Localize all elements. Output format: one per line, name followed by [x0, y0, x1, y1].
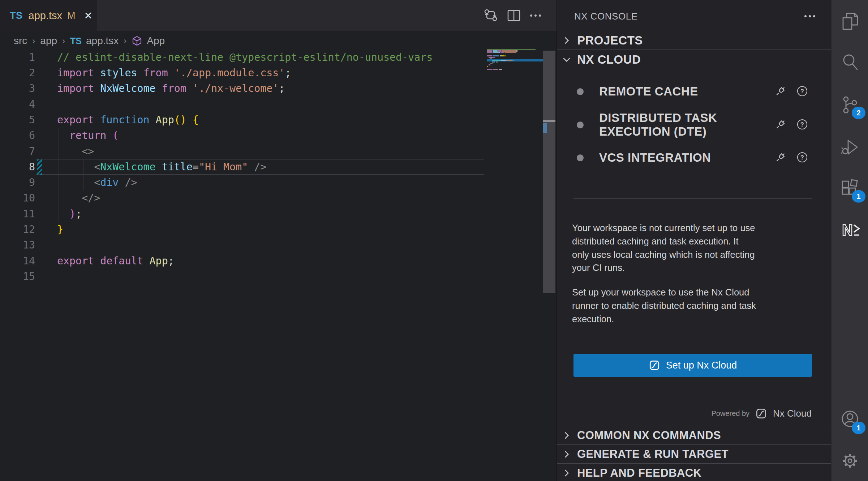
section-help-and-feedback[interactable]: HELP AND FEEDBACK	[557, 463, 831, 481]
chevron-right-icon	[562, 468, 571, 478]
divider	[557, 50, 832, 50]
line-number: 12	[0, 222, 35, 237]
code-line-text: );	[57, 206, 82, 222]
help-glyph: ?	[800, 122, 804, 128]
help-glyph: ?	[800, 88, 804, 94]
code-line[interactable]: 4	[0, 97, 487, 112]
code-line[interactable]: 1// eslint-disable-next-line @typescript…	[0, 50, 487, 65]
line-number: 1	[0, 50, 35, 65]
line-number: 6	[0, 128, 35, 143]
section-common-nx-commands[interactable]: COMMON NX COMMANDS	[557, 426, 831, 444]
nx-cloud-brand: Nx Cloud	[773, 408, 812, 419]
panel-header: NX CONSOLE	[557, 0, 831, 31]
code-line[interactable]: 3import NxWelcome from './nx-welcome';	[0, 81, 487, 97]
code-line-text: import styles from './app.module.css';	[57, 65, 291, 81]
extensions-badge: 1	[852, 190, 865, 203]
code-line[interactable]: 6 return (	[0, 128, 487, 144]
search-icon[interactable]	[840, 52, 860, 72]
overview-ruler-cursor	[543, 120, 555, 122]
chevron-right-icon	[562, 450, 571, 459]
nx-console-icon[interactable]	[840, 220, 860, 240]
powered-by: Powered by Nx Cloud	[711, 406, 812, 421]
explorer-icon[interactable]	[840, 12, 860, 31]
status-dot-icon	[577, 154, 584, 161]
line-number: 10	[0, 190, 35, 206]
connect-icon[interactable]	[775, 119, 786, 130]
line-number: 5	[0, 112, 35, 128]
scrollbar-thumb[interactable]	[543, 51, 555, 293]
code-line-text: // eslint-disable-next-line @typescript-…	[57, 50, 433, 65]
code-line[interactable]: 9 <div />	[0, 175, 487, 191]
line-number: 7	[0, 144, 35, 159]
code-line-text: <>	[57, 144, 94, 159]
panel-title: NX CONSOLE	[574, 11, 638, 22]
help-icon[interactable]: ?	[796, 85, 808, 97]
section-nx-cloud[interactable]: NX CLOUD	[557, 51, 831, 69]
code-line[interactable]: 7 <>	[0, 144, 487, 159]
code-line-text: }	[57, 222, 63, 237]
activity-bar: 2 1 1	[831, 0, 868, 481]
minimap[interactable]	[487, 49, 543, 78]
nx-console-panel: NX CONSOLE PROJECTS NX CLOUD REMOTE CACH…	[557, 0, 831, 481]
code-line[interactable]: 14export default App;	[0, 253, 487, 269]
line-number: 14	[0, 253, 35, 269]
code-line-text: export function App() {	[57, 112, 199, 128]
code-line[interactable]: 13	[0, 237, 487, 253]
more-actions-icon[interactable]	[803, 9, 817, 24]
chevron-right-icon	[562, 36, 571, 45]
line-number: 13	[0, 237, 35, 253]
line-number: 8	[0, 159, 35, 175]
section-generate-run-target[interactable]: GENERATE & RUN TARGET	[557, 444, 831, 463]
run-and-debug-icon[interactable]	[840, 137, 860, 157]
item-vcs-integration: VCS INTEGRATION ?	[557, 143, 831, 172]
line-number: 11	[0, 206, 35, 222]
help-icon[interactable]: ?	[796, 119, 808, 130]
nx-cloud-icon	[649, 359, 660, 371]
chevron-right-icon	[562, 431, 571, 440]
code-line-text: import NxWelcome from './nx-welcome';	[57, 81, 285, 96]
code-line-text: </>	[57, 190, 100, 206]
divider	[573, 198, 812, 199]
code-line[interactable]: 8 <NxWelcome title="Hi Mom" />	[0, 159, 487, 175]
status-dot-icon	[577, 88, 584, 95]
connect-icon[interactable]	[775, 85, 786, 97]
line-number: 4	[0, 97, 35, 112]
chevron-down-icon	[562, 55, 571, 64]
nx-cloud-icon	[755, 408, 767, 420]
item-remote-cache: REMOTE CACHE ?	[557, 76, 831, 107]
status-dot-icon	[577, 122, 584, 128]
setup-nx-cloud-button[interactable]: Set up Nx Cloud	[573, 354, 812, 377]
setup-instruction-text: Set up your workspace to use the Nx Clou…	[572, 286, 818, 325]
help-icon[interactable]: ?	[796, 152, 808, 163]
connect-icon[interactable]	[775, 152, 786, 163]
code-line[interactable]: 11 );	[0, 206, 487, 222]
vscode-window: TS app.tsx M ✕ src › app › TS app.tsx › …	[0, 0, 868, 481]
code-line-text: export default App;	[57, 253, 174, 269]
code-line-text: <NxWelcome title="Hi Mom" />	[57, 159, 266, 175]
line-number: 2	[0, 65, 35, 81]
line-number: 3	[0, 81, 35, 96]
help-glyph: ?	[800, 154, 804, 161]
code-line[interactable]: 5export function App() {	[0, 112, 487, 128]
code-line[interactable]: 15	[0, 269, 487, 285]
code-editor[interactable]: 1// eslint-disable-next-line @typescript…	[0, 0, 557, 481]
line-number: 15	[0, 269, 35, 284]
settings-gear-icon[interactable]	[840, 451, 860, 471]
account-badge: 1	[852, 422, 865, 434]
code-line[interactable]: 12}	[0, 222, 487, 238]
overview-ruler-modified	[543, 123, 547, 133]
workspace-status-text: Your workspace is not currently set up t…	[572, 221, 818, 274]
section-projects[interactable]: PROJECTS	[557, 32, 831, 49]
code-line-text: <div />	[57, 175, 137, 190]
code-line-text: return (	[57, 128, 119, 143]
code-line[interactable]: 2import styles from './app.module.css';	[0, 65, 487, 81]
source-control-badge: 2	[852, 107, 865, 119]
line-number: 9	[0, 175, 35, 190]
item-dte: DISTRIBUTED TASK EXECUTION (DTE) ?	[557, 107, 831, 143]
code-line[interactable]: 10 </>	[0, 190, 487, 206]
